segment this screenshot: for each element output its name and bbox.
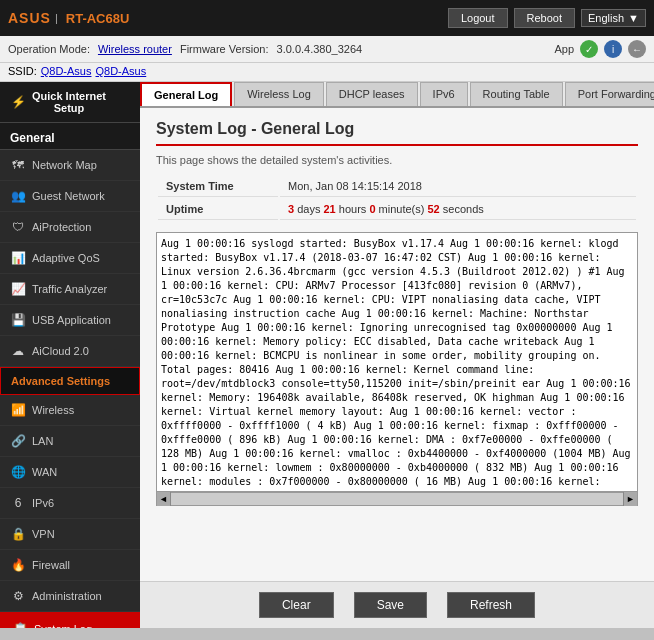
tab-general-log[interactable]: General Log: [140, 82, 232, 106]
adaptive-qos-label: Adaptive QoS: [32, 252, 100, 264]
administration-label: Administration: [32, 590, 102, 602]
usb-application-label: USB Application: [32, 314, 111, 326]
system-time-row: System Time Mon, Jan 08 14:15:14 2018: [158, 176, 636, 197]
advanced-settings-header: Advanced Settings: [0, 367, 140, 395]
wan-icon: 🌐: [10, 464, 26, 480]
log-container: Aug 1 00:00:16 syslogd started: BusyBox …: [156, 232, 638, 492]
fw-label: Firmware Version:: [180, 43, 269, 55]
page-title: System Log - General Log: [156, 120, 638, 146]
reboot-button[interactable]: Reboot: [514, 8, 575, 28]
sidebar-item-vpn[interactable]: 🔒 VPN: [0, 519, 140, 550]
sidebar-item-guest-network[interactable]: 👥 Guest Network: [0, 181, 140, 212]
uptime-value: 3 days 21 hours 0 minute(s) 52 seconds: [280, 199, 636, 220]
log-output[interactable]: Aug 1 00:00:16 syslogd started: BusyBox …: [156, 232, 638, 492]
tab-port-forwarding[interactable]: Port Forwarding: [565, 82, 654, 106]
ssid-label: SSID:: [8, 65, 37, 77]
traffic-analyzer-label: Traffic Analyzer: [32, 283, 107, 295]
language-label: English: [588, 12, 624, 24]
ipv6-icon: 6: [10, 495, 26, 511]
uptime-minutes-label: minute(s): [379, 203, 428, 215]
firewall-icon: 🔥: [10, 557, 26, 573]
clear-button[interactable]: Clear: [259, 592, 334, 618]
tab-ipv6[interactable]: IPv6: [420, 82, 468, 106]
guest-network-label: Guest Network: [32, 190, 105, 202]
uptime-days-label: days: [297, 203, 323, 215]
network-map-icon: 🗺: [10, 157, 26, 173]
save-button[interactable]: Save: [354, 592, 427, 618]
scroll-left-btn[interactable]: ◄: [157, 492, 171, 506]
quick-setup-item[interactable]: ⚡ Quick InternetSetup: [0, 82, 140, 123]
firewall-label: Firewall: [32, 559, 70, 571]
action-buttons: Clear Save Refresh: [140, 581, 654, 628]
aicloud-label: AiCloud 2.0: [32, 345, 89, 357]
adaptive-qos-icon: 📊: [10, 250, 26, 266]
system-log-label: System Log: [34, 623, 92, 628]
wireless-icon: 📶: [10, 402, 26, 418]
page-description: This page shows the detailed system's ac…: [156, 154, 638, 166]
guest-network-icon: 👥: [10, 188, 26, 204]
main-layout: ⚡ Quick InternetSetup General 🗺 Network …: [0, 82, 654, 628]
sidebar-item-system-log[interactable]: 📋 System Log: [0, 612, 140, 628]
horizontal-scrollbar[interactable]: ◄ ►: [156, 492, 638, 506]
op-mode-label: Operation Mode:: [8, 43, 90, 55]
uptime-days: 3: [288, 203, 294, 215]
uptime-hours: 21: [323, 203, 335, 215]
content-inner: System Log - General Log This page shows…: [140, 108, 654, 518]
app-label: App: [554, 43, 574, 55]
sidebar-item-wan[interactable]: 🌐 WAN: [0, 457, 140, 488]
vpn-label: VPN: [32, 528, 55, 540]
content-area: System Log - General Log This page shows…: [140, 108, 654, 581]
sidebar-item-administration[interactable]: ⚙ Administration: [0, 581, 140, 612]
refresh-button[interactable]: Refresh: [447, 592, 535, 618]
sidebar-item-firewall[interactable]: 🔥 Firewall: [0, 550, 140, 581]
scroll-right-btn[interactable]: ►: [623, 492, 637, 506]
uptime-seconds: 52: [427, 203, 439, 215]
uptime-row: Uptime 3 days 21 hours 0 minute(s) 52 se…: [158, 199, 636, 220]
system-info-table: System Time Mon, Jan 08 14:15:14 2018 Up…: [156, 174, 638, 222]
op-bar-right: App ✓ i ←: [554, 40, 646, 58]
app-icon-green[interactable]: ✓: [580, 40, 598, 58]
tab-wireless-log[interactable]: Wireless Log: [234, 82, 324, 106]
vpn-icon: 🔒: [10, 526, 26, 542]
system-time-value: Mon, Jan 08 14:15:14 2018: [280, 176, 636, 197]
administration-icon: ⚙: [10, 588, 26, 604]
sidebar-item-aiprotection[interactable]: 🛡 AiProtection: [0, 212, 140, 243]
app-icon-gray[interactable]: ←: [628, 40, 646, 58]
sidebar-item-traffic-analyzer[interactable]: 📈 Traffic Analyzer: [0, 274, 140, 305]
aiprotection-icon: 🛡: [10, 219, 26, 235]
sidebar-item-usb-application[interactable]: 💾 USB Application: [0, 305, 140, 336]
aicloud-icon: ☁: [10, 343, 26, 359]
sidebar-item-network-map[interactable]: 🗺 Network Map: [0, 150, 140, 181]
quick-setup-label: Quick InternetSetup: [32, 90, 106, 114]
usb-application-icon: 💾: [10, 312, 26, 328]
tab-routing-table[interactable]: Routing Table: [470, 82, 563, 106]
sidebar-item-wireless[interactable]: 📶 Wireless: [0, 395, 140, 426]
ipv6-label: IPv6: [32, 497, 54, 509]
app-icon-blue[interactable]: i: [604, 40, 622, 58]
uptime-minutes: 0: [369, 203, 375, 215]
system-log-icon: 📋: [12, 621, 28, 628]
logout-button[interactable]: Logout: [448, 8, 508, 28]
uptime-seconds-label: seconds: [443, 203, 484, 215]
quick-setup-icon: ⚡: [10, 94, 26, 110]
network-map-label: Network Map: [32, 159, 97, 171]
aiprotection-label: AiProtection: [32, 221, 91, 233]
wireless-label: Wireless: [32, 404, 74, 416]
lan-icon: 🔗: [10, 433, 26, 449]
header: ASUS | RT-AC68U Logout Reboot English ▼: [0, 0, 654, 36]
ssid2-link[interactable]: Q8D-Asus: [95, 65, 146, 77]
sidebar-item-aicloud[interactable]: ☁ AiCloud 2.0: [0, 336, 140, 367]
ssid1-link[interactable]: Q8D-Asus: [41, 65, 92, 77]
right-panel: General Log Wireless Log DHCP leases IPv…: [140, 82, 654, 628]
language-selector[interactable]: English ▼: [581, 9, 646, 27]
uptime-label: Uptime: [158, 199, 278, 220]
op-mode-value[interactable]: Wireless router: [98, 43, 172, 55]
sidebar-item-lan[interactable]: 🔗 LAN: [0, 426, 140, 457]
sidebar-item-adaptive-qos[interactable]: 📊 Adaptive QoS: [0, 243, 140, 274]
tab-dhcp-leases[interactable]: DHCP leases: [326, 82, 418, 106]
tabs-bar: General Log Wireless Log DHCP leases IPv…: [140, 82, 654, 108]
fw-value: 3.0.0.4.380_3264: [277, 43, 363, 55]
sidebar-item-ipv6[interactable]: 6 IPv6: [0, 488, 140, 519]
operation-bar: Operation Mode: Wireless router Firmware…: [0, 36, 654, 63]
general-section-header: General: [0, 123, 140, 150]
